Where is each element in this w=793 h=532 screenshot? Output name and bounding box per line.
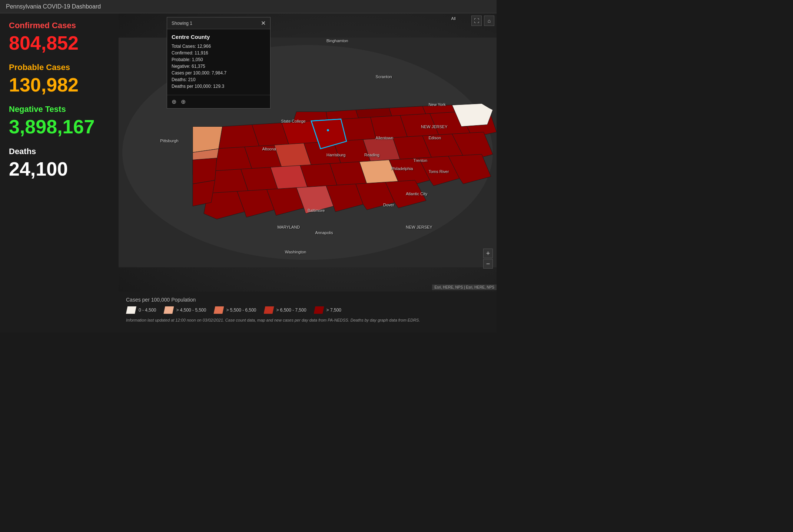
confirmed-cases-value: 804,852 <box>9 33 110 54</box>
legend-swatch <box>126 306 136 314</box>
deaths-block: Deaths 24,100 <box>9 147 110 180</box>
zoom-out-button[interactable]: − <box>483 259 493 269</box>
app-title: Pennsylvania COVID-19 Dashboard <box>6 3 101 10</box>
legend-item: > 4,500 - 5,500 <box>163 306 206 314</box>
popup-row: Total Cases: 12,966 <box>172 44 266 49</box>
legend-item: 0 - 4,500 <box>126 306 156 314</box>
svg-marker-45 <box>193 158 217 184</box>
popup-zoom-icon[interactable]: ⊕ <box>181 98 186 105</box>
negative-tests-block: Negative Tests 3,898,167 <box>9 104 110 137</box>
svg-point-48 <box>327 129 329 132</box>
map-attribution: Esri, HERE, NPS | Esri, HERE, NPS <box>432 285 497 290</box>
legend-item-label: > 6,500 - 7,500 <box>276 307 306 313</box>
negative-tests-value: 3,898,167 <box>9 116 110 137</box>
popup-move-icon[interactable]: ⊕ <box>172 98 176 105</box>
legend-swatch <box>314 306 324 314</box>
legend-title: Cases per 100,000 Population <box>126 297 489 303</box>
county-popup: Showing 1 ✕ Centre County Total Cases: 1… <box>167 17 271 109</box>
map-controls: + − <box>483 249 493 269</box>
probable-cases-value: 130,982 <box>9 74 110 96</box>
svg-marker-43 <box>193 127 222 153</box>
legend-swatch <box>163 306 174 314</box>
map-background: BuffaloBinghamtonScrantonNew YorkNEW JER… <box>119 13 497 292</box>
home-button[interactable]: ⌂ <box>484 16 494 26</box>
popup-footer: ⊕ ⊕ <box>167 95 270 108</box>
legend-swatch <box>264 306 274 314</box>
legend-item: > 7,500 <box>314 306 341 314</box>
legend-items: 0 - 4,500> 4,500 - 5,500> 5,500 - 6,500>… <box>126 306 489 314</box>
legend-item-label: > 5,500 - 6,500 <box>226 307 256 313</box>
popup-header: Showing 1 ✕ <box>167 17 270 29</box>
popup-close-button[interactable]: ✕ <box>261 20 266 27</box>
legend-item-label: > 4,500 - 5,500 <box>176 307 206 313</box>
confirmed-cases-block: Confirmed Cases 804,852 <box>9 21 110 54</box>
title-bar: Pennsylvania COVID-19 Dashboard <box>0 0 497 13</box>
popup-row: Confirmed: 11,916 <box>172 50 266 56</box>
legend-item-label: 0 - 4,500 <box>139 307 156 313</box>
probable-cases-block: Probable Cases 130,982 <box>9 63 110 96</box>
legend-area: Cases per 100,000 Population 0 - 4,500> … <box>119 292 497 332</box>
deaths-value: 24,100 <box>9 159 110 180</box>
main-layout: Confirmed Cases 804,852 Probable Cases 1… <box>0 13 497 332</box>
map-top-controls: ⛶ ⌂ <box>471 16 494 26</box>
popup-county-name: Centre County <box>172 34 266 40</box>
popup-showing-label: Showing 1 <box>172 21 192 26</box>
map-container[interactable]: BuffaloBinghamtonScrantonNew YorkNEW JER… <box>119 13 497 292</box>
footnote: Information last updated at 12:00 noon o… <box>126 317 489 323</box>
fullscreen-button[interactable]: ⛶ <box>471 16 482 26</box>
popup-row: Deaths: 210 <box>172 77 266 82</box>
zoom-in-button[interactable]: + <box>483 249 493 258</box>
popup-row: Probable: 1,050 <box>172 57 266 62</box>
popup-rows: Total Cases: 12,966Confirmed: 11,916Prob… <box>172 44 266 89</box>
probable-cases-label: Probable Cases <box>9 63 110 72</box>
deaths-label: Deaths <box>9 147 110 156</box>
popup-content: Centre County Total Cases: 12,966Confirm… <box>167 29 270 95</box>
popup-row: Negative: 61,375 <box>172 64 266 69</box>
left-panel: Confirmed Cases 804,852 Probable Cases 1… <box>0 13 119 332</box>
legend-swatch <box>213 306 224 314</box>
legend-item: > 5,500 - 6,500 <box>213 306 256 314</box>
popup-row: Deaths per 100,000: 129.3 <box>172 84 266 89</box>
negative-tests-label: Negative Tests <box>9 104 110 114</box>
legend-item-label: > 7,500 <box>326 307 341 313</box>
popup-row: Cases per 100,000: 7,984.7 <box>172 70 266 76</box>
legend-item: > 6,500 - 7,500 <box>264 306 306 314</box>
confirmed-cases-label: Confirmed Cases <box>9 21 110 30</box>
